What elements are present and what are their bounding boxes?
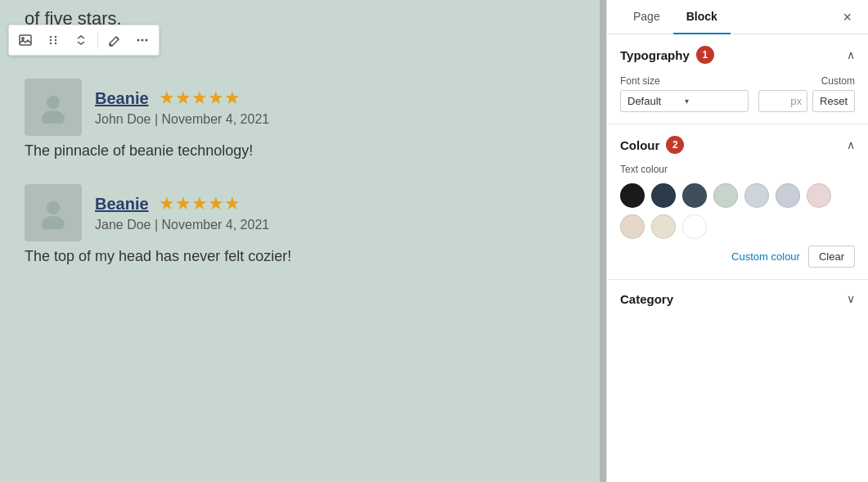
colour-swatch-cream[interactable] bbox=[651, 214, 676, 239]
colour-title: Colour bbox=[620, 138, 659, 152]
svg-point-14 bbox=[47, 96, 60, 109]
colour-content: Text colour Custom colour Clear bbox=[620, 164, 855, 268]
reset-button[interactable]: Reset bbox=[812, 90, 855, 112]
reviewer-name: Beanie bbox=[95, 89, 149, 107]
dropdown-arrow-icon: ▾ bbox=[685, 97, 742, 106]
font-size-dropdown-wrap: Default ▾ bbox=[620, 90, 749, 112]
typography-badge: 1 bbox=[696, 46, 714, 64]
review-item: Beanie ★ ★ ★ ★ ★ Jane Doe | November 4, … bbox=[25, 184, 575, 265]
content-area: of five stars. bbox=[0, 0, 600, 482]
review-header: Beanie ★ ★ ★ ★ ★ Jane Doe | November 4, … bbox=[25, 184, 575, 241]
tab-page[interactable]: Page bbox=[620, 0, 673, 34]
px-input[interactable]: px bbox=[758, 90, 807, 112]
font-size-value: Default bbox=[627, 95, 685, 107]
colour-swatch-grid bbox=[620, 183, 855, 239]
review-header: Beanie ★ ★ ★ ★ ★ John Doe | November 4, … bbox=[25, 79, 575, 136]
review-text: The top of my head has never felt cozier… bbox=[25, 248, 575, 265]
svg-point-2 bbox=[50, 36, 52, 38]
tab-block[interactable]: Block bbox=[673, 0, 731, 34]
colour-swatch-white[interactable] bbox=[682, 214, 707, 239]
move-updown-icon[interactable] bbox=[70, 29, 92, 52]
colour-swatch-light-blue-grey[interactable] bbox=[744, 183, 769, 208]
more-options-icon[interactable] bbox=[131, 29, 154, 52]
font-size-label: Font size bbox=[620, 75, 660, 87]
colour-title-row: Colour 2 bbox=[620, 136, 684, 154]
reviewer-name-stars: Beanie ★ ★ ★ ★ ★ bbox=[95, 88, 269, 109]
right-panel: Page Block × Typography 1 Font size Cust… bbox=[606, 0, 868, 482]
typography-section: Typography 1 Font size Custom Default ▾ bbox=[607, 34, 868, 124]
colour-actions: Custom colour Clear bbox=[620, 246, 855, 268]
drag-handle-icon[interactable] bbox=[42, 29, 65, 52]
star-rating: ★ ★ ★ ★ ★ bbox=[159, 193, 241, 214]
colour-swatch-light-green[interactable] bbox=[713, 183, 738, 208]
svg-point-15 bbox=[42, 110, 65, 124]
text-colour-label: Text colour bbox=[620, 164, 855, 175]
category-expand-icon[interactable] bbox=[847, 291, 855, 306]
review-meta: Beanie ★ ★ ★ ★ ★ John Doe | November 4, … bbox=[95, 88, 269, 127]
svg-point-3 bbox=[55, 36, 56, 38]
colour-swatch-light-tan[interactable] bbox=[620, 214, 645, 239]
category-title: Category bbox=[620, 292, 673, 306]
clear-button[interactable]: Clear bbox=[808, 246, 855, 268]
svg-point-6 bbox=[50, 43, 52, 44]
avatar bbox=[25, 184, 82, 241]
svg-point-16 bbox=[47, 201, 60, 214]
svg-point-13 bbox=[146, 39, 148, 42]
typography-title-row: Typography 1 bbox=[620, 46, 714, 64]
scrollbar[interactable] bbox=[600, 0, 606, 482]
review-item: Beanie ★ ★ ★ ★ ★ John Doe | November 4, … bbox=[25, 79, 575, 160]
review-text: The pinnacle of beanie technology! bbox=[25, 142, 575, 160]
svg-point-5 bbox=[55, 39, 56, 41]
svg-point-17 bbox=[42, 216, 65, 229]
custom-input-wrap: px Reset bbox=[758, 90, 855, 112]
review-date: John Doe | November 4, 2021 bbox=[95, 112, 269, 127]
colour-section: Colour 2 Text colour Cust bbox=[607, 124, 868, 280]
review-meta: Beanie ★ ★ ★ ★ ★ Jane Doe | November 4, … bbox=[95, 193, 269, 232]
colour-swatch-dark-slate[interactable] bbox=[682, 183, 707, 208]
colour-swatch-dark-navy[interactable] bbox=[651, 183, 676, 208]
toolbar-separator bbox=[97, 32, 98, 48]
svg-point-1 bbox=[22, 38, 24, 39]
colour-swatch-light-pink[interactable] bbox=[807, 183, 831, 208]
category-section: Category bbox=[607, 280, 868, 318]
svg-point-7 bbox=[55, 43, 56, 44]
avatar bbox=[25, 79, 82, 136]
reviewer-name-stars: Beanie ★ ★ ★ ★ ★ bbox=[95, 193, 269, 214]
font-size-row: Default ▾ px Reset bbox=[620, 90, 855, 112]
typography-collapse-icon[interactable] bbox=[847, 47, 855, 62]
reviews-container: Beanie ★ ★ ★ ★ ★ John Doe | November 4, … bbox=[25, 79, 575, 265]
svg-point-4 bbox=[50, 39, 52, 41]
svg-point-11 bbox=[137, 39, 140, 42]
svg-rect-0 bbox=[20, 35, 31, 45]
colour-swatch-black[interactable] bbox=[620, 183, 645, 208]
custom-label: Custom bbox=[821, 75, 855, 87]
block-toolbar bbox=[8, 25, 160, 56]
custom-input-row: px Reset bbox=[758, 90, 855, 112]
review-date: Jane Doe | November 4, 2021 bbox=[95, 218, 269, 232]
image-icon[interactable] bbox=[14, 29, 37, 52]
edit-icon[interactable] bbox=[103, 29, 126, 52]
colour-badge: 2 bbox=[666, 136, 684, 154]
colour-header[interactable]: Colour 2 bbox=[620, 136, 855, 154]
custom-colour-link[interactable]: Custom colour bbox=[731, 250, 800, 263]
close-button[interactable]: × bbox=[839, 7, 855, 28]
typography-content: Font size Custom Default ▾ px Reset bbox=[620, 75, 855, 112]
typography-title: Typography bbox=[620, 48, 690, 62]
typography-header[interactable]: Typography 1 bbox=[620, 46, 855, 64]
svg-point-12 bbox=[142, 39, 144, 42]
px-unit-label: px bbox=[790, 95, 802, 107]
reviewer-name: Beanie bbox=[95, 195, 149, 213]
star-rating: ★ ★ ★ ★ ★ bbox=[159, 88, 241, 109]
font-size-select[interactable]: Default ▾ bbox=[620, 90, 749, 112]
svg-line-8 bbox=[116, 37, 119, 39]
colour-swatch-lavender-grey[interactable] bbox=[776, 183, 800, 208]
colour-collapse-icon[interactable] bbox=[847, 137, 855, 152]
tabs-bar: Page Block × bbox=[607, 0, 868, 34]
category-header[interactable]: Category bbox=[620, 291, 855, 306]
